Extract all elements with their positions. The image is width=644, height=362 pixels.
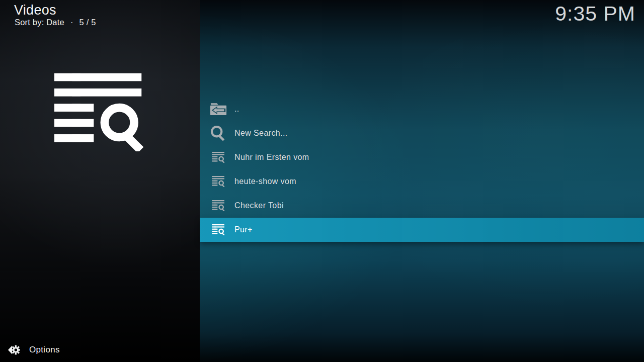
list-item-label: New Search... <box>234 129 288 138</box>
saved-search-icon <box>207 200 230 211</box>
list-item-label: .. <box>234 105 239 114</box>
clock: 9:35 PM <box>555 2 635 26</box>
options-button[interactable]: Options <box>7 343 60 357</box>
list-item[interactable]: Pur+ <box>200 218 644 242</box>
list-item[interactable]: Nuhr im Ersten vom <box>200 145 644 169</box>
saved-search-icon <box>207 224 230 235</box>
list-item-label: heute-show vom <box>234 177 296 186</box>
list-item[interactable]: .. <box>200 97 644 121</box>
options-label: Options <box>29 345 60 355</box>
sort-by-label: Sort by: Date <box>15 18 64 27</box>
saved-search-icon <box>207 176 230 187</box>
list-item[interactable]: heute-show vom <box>200 169 644 194</box>
list-item-label: Nuhr im Ersten vom <box>234 153 309 162</box>
search-icon <box>207 125 230 142</box>
sort-status: Sort by: Date · 5 / 5 <box>15 18 96 27</box>
saved-search-hero-icon <box>54 73 148 151</box>
sidebar-panel <box>0 0 200 362</box>
parent-folder-icon <box>207 103 230 116</box>
separator-dot: · <box>70 18 73 27</box>
list-item[interactable]: New Search... <box>200 121 644 145</box>
saved-search-icon <box>207 152 230 163</box>
page-title: Videos <box>14 2 56 18</box>
file-list: .. New Search... Nuhr im Ersten vom <box>200 97 644 242</box>
list-item[interactable]: Checker Tobi <box>200 194 644 218</box>
list-item-label: Pur+ <box>234 225 253 234</box>
position-indicator: 5 / 5 <box>79 18 96 27</box>
list-item-label: Checker Tobi <box>234 201 284 210</box>
options-gear-icon <box>7 343 20 356</box>
